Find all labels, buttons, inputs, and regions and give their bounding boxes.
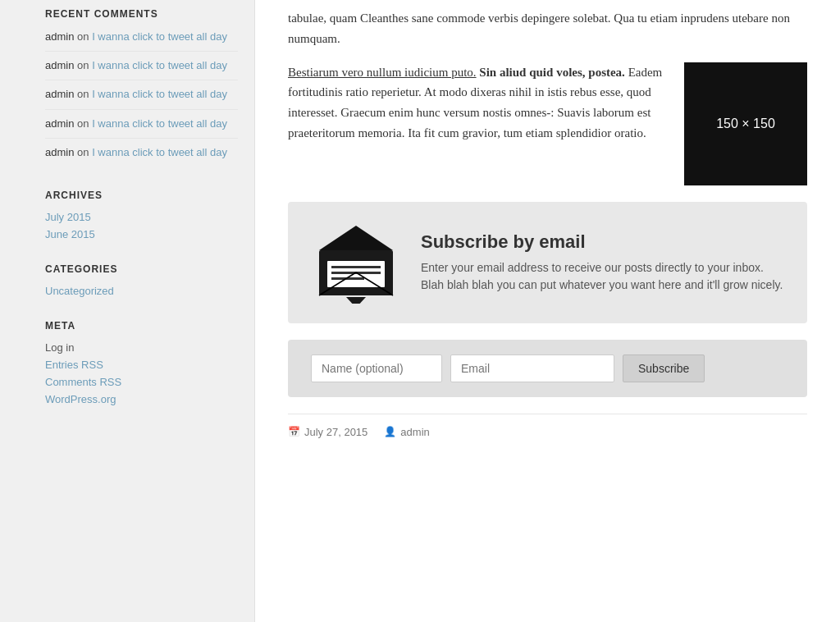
comment-item: admin on I wanna click to tweet all day — [45, 117, 238, 139]
comment-item: admin on I wanna click to tweet all day — [45, 145, 238, 167]
svg-marker-8 — [346, 297, 366, 304]
article-image-placeholder: 150 × 150 — [684, 62, 807, 185]
subscribe-content: Subscribe by email Enter your email addr… — [421, 231, 784, 294]
subscribe-form: Subscribe — [288, 340, 807, 397]
recent-comments-title: Recent Comments — [45, 8, 238, 20]
comment-on: on — [77, 88, 89, 100]
archives-list: July 2015June 2015 — [45, 211, 238, 240]
article-paragraph-text: Bestiarum vero nullum iudicium puto. Sin… — [288, 62, 668, 157]
comment-item: admin on I wanna click to tweet all day — [45, 58, 238, 80]
archive-link[interactable]: July 2015 — [45, 211, 238, 223]
author-icon: 👤 — [384, 426, 396, 437]
meta-section: Meta Log inEntries RSSComments RSSWordPr… — [45, 320, 238, 405]
subscribe-description: Enter your email address to receive our … — [421, 259, 784, 294]
article-author: 👤 admin — [384, 426, 429, 438]
subscribe-name-input[interactable] — [311, 354, 442, 382]
subscribe-icon — [311, 222, 401, 304]
categories-section: Categories Uncategorized — [45, 263, 238, 297]
article-intro: tabulae, quam Cleanthes sane commode ver… — [288, 8, 807, 49]
sidebar: Recent Comments admin on I wanna click t… — [0, 0, 254, 622]
article-body: tabulae, quam Cleanthes sane commode ver… — [288, 8, 807, 414]
archive-link[interactable]: June 2015 — [45, 228, 238, 240]
subscribe-title: Subscribe by email — [421, 231, 784, 253]
comment-author: admin — [45, 30, 74, 43]
subscribe-button[interactable]: Subscribe — [623, 354, 705, 382]
calendar-icon: 📅 — [288, 426, 300, 437]
comment-link[interactable]: I wanna click to tweet all day — [92, 30, 227, 43]
comment-on: on — [77, 30, 89, 43]
comment-item: admin on I wanna click to tweet all day — [45, 30, 238, 52]
archives-section: Archives July 2015June 2015 — [45, 190, 238, 240]
article-footer: 📅 July 27, 2015 👤 admin — [288, 414, 807, 438]
article-date: 📅 July 27, 2015 — [288, 426, 368, 438]
categories-list: Uncategorized — [45, 285, 238, 297]
meta-link[interactable]: WordPress.org — [45, 393, 238, 405]
meta-static: Log in — [45, 341, 238, 354]
article-bold: Sin aliud quid voles, postea. — [477, 66, 625, 79]
comment-author: admin — [45, 59, 74, 71]
comment-author: admin — [45, 146, 74, 158]
recent-comments-section: Recent Comments admin on I wanna click t… — [45, 8, 238, 167]
article-link[interactable]: Bestiarum vero nullum iudicium puto. — [288, 66, 477, 79]
meta-link[interactable]: Comments RSS — [45, 376, 238, 388]
main-content: tabulae, quam Cleanthes sane commode ver… — [254, 0, 840, 622]
comment-link[interactable]: I wanna click to tweet all day — [92, 59, 227, 71]
archives-title: Archives — [45, 190, 238, 201]
comment-author: admin — [45, 88, 74, 100]
comment-link[interactable]: I wanna click to tweet all day — [92, 117, 227, 130]
svg-rect-3 — [331, 266, 381, 268]
article-body-text: Bestiarum vero nullum iudicium puto. Sin… — [288, 62, 668, 144]
comment-on: on — [77, 59, 89, 71]
subscribe-box: Subscribe by email Enter your email addr… — [288, 202, 807, 323]
comment-link[interactable]: I wanna click to tweet all day — [92, 88, 227, 100]
subscribe-email-input[interactable] — [450, 354, 614, 382]
comment-item: admin on I wanna click to tweet all day — [45, 87, 238, 109]
comment-on: on — [77, 146, 89, 158]
meta-link[interactable]: Entries RSS — [45, 359, 238, 371]
category-link[interactable]: Uncategorized — [45, 285, 238, 297]
comment-on: on — [77, 117, 89, 130]
comment-author: admin — [45, 117, 74, 130]
meta-title: Meta — [45, 320, 238, 332]
envelope-icon — [315, 222, 397, 304]
meta-list: Log inEntries RSSComments RSSWordPress.o… — [45, 341, 238, 405]
comment-link[interactable]: I wanna click to tweet all day — [92, 146, 227, 158]
recent-comments-list: admin on I wanna click to tweet all daya… — [45, 30, 238, 167]
svg-marker-1 — [319, 226, 393, 250]
article-paragraph-with-image: Bestiarum vero nullum iudicium puto. Sin… — [288, 62, 807, 185]
categories-title: Categories — [45, 263, 238, 275]
